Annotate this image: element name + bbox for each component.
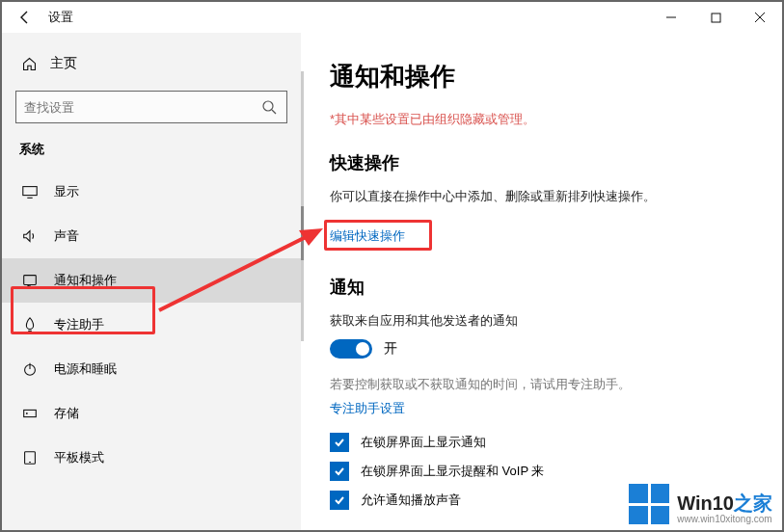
svg-point-11	[26, 412, 28, 414]
quick-actions-heading: 快速操作	[330, 151, 757, 174]
checkbox-lockscreen-voip[interactable]	[330, 462, 349, 481]
window-title: 设置	[48, 9, 73, 26]
notifications-icon	[19, 272, 41, 289]
search-input[interactable]	[24, 100, 259, 115]
home-label: 主页	[50, 55, 77, 72]
sound-icon	[19, 227, 41, 245]
tablet-icon	[19, 449, 41, 466]
storage-icon	[19, 405, 41, 422]
notifications-heading: 通知	[330, 276, 757, 299]
checkbox-lockscreen-notify[interactable]	[330, 433, 349, 452]
sidebar-item-sound[interactable]: 声音	[2, 214, 301, 258]
sidebar-nav: 显示 声音 通知和操作 专注助手 电源和睡眠	[2, 170, 301, 480]
search-box[interactable]	[15, 91, 287, 123]
check-lockscreen-notify: 在锁屏界面上显示通知	[330, 433, 757, 452]
watermark-logo	[629, 484, 669, 524]
svg-rect-4	[23, 187, 37, 196]
settings-window: 设置 主页 系统	[0, 0, 784, 532]
watermark: Win10之家 www.win10xitong.com	[629, 484, 772, 524]
notifications-desc: 获取来自应用和其他发送者的通知	[330, 312, 757, 330]
sidebar-item-power[interactable]: 电源和睡眠	[2, 347, 301, 391]
close-button[interactable]	[738, 2, 782, 33]
power-icon	[19, 360, 41, 378]
maximize-button[interactable]	[693, 2, 738, 33]
svg-rect-6	[24, 276, 37, 285]
check-lockscreen-voip: 在锁屏界面上显示提醒和 VoIP 来	[330, 462, 757, 481]
sidebar-group-label: 系统	[2, 141, 301, 158]
home-button[interactable]: 主页	[2, 46, 301, 81]
policy-warning: *其中某些设置已由组织隐藏或管理。	[330, 111, 757, 128]
quick-actions-desc: 你可以直接在操作中心中添加、删除或重新排列快速操作。	[330, 188, 757, 205]
sidebar-item-storage[interactable]: 存储	[2, 391, 301, 436]
notifications-toggle[interactable]	[330, 339, 372, 359]
search-icon	[259, 99, 279, 115]
checkbox-play-sound[interactable]	[330, 491, 349, 510]
focus-assist-link[interactable]: 专注助手设置	[330, 400, 405, 417]
toggle-state-label: 开	[384, 340, 397, 358]
scroll-indicator[interactable]	[301, 71, 304, 341]
back-button[interactable]	[10, 2, 41, 33]
focus-hint: 若要控制获取或不获取通知的时间，请试用专注助手。	[330, 376, 757, 393]
content-pane: 通知和操作 *其中某些设置已由组织隐藏或管理。 快速操作 你可以直接在操作中心中…	[301, 33, 782, 530]
display-icon	[19, 183, 41, 200]
svg-rect-1	[712, 13, 720, 22]
svg-rect-10	[24, 410, 37, 416]
svg-point-2	[263, 101, 273, 111]
sidebar-item-focus[interactable]: 专注助手	[2, 303, 301, 347]
sidebar-item-notifications[interactable]: 通知和操作	[2, 258, 301, 303]
sidebar-item-display[interactable]: 显示	[2, 170, 301, 214]
titlebar: 设置	[2, 2, 782, 33]
window-controls	[649, 2, 782, 33]
page-heading: 通知和操作	[330, 60, 757, 93]
minimize-button[interactable]	[649, 2, 693, 33]
focus-icon	[19, 316, 41, 333]
home-icon	[19, 56, 39, 72]
svg-line-3	[272, 110, 276, 114]
sidebar: 主页 系统 显示 声音 通知和操作	[2, 33, 301, 530]
edit-quick-actions-link[interactable]: 编辑快速操作	[330, 227, 405, 245]
sidebar-item-tablet[interactable]: 平板模式	[2, 436, 301, 480]
